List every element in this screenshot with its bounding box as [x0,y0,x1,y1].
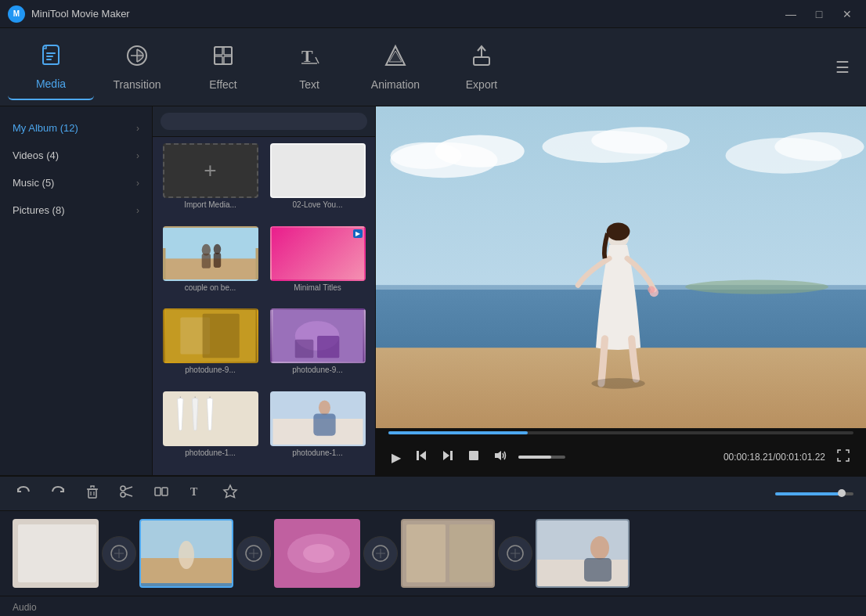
svg-rect-14 [474,57,489,65]
thumb-img-minimal: ▶ [270,226,366,281]
next-frame-button[interactable] [438,446,457,468]
cut-button[interactable] [116,481,138,506]
volume-button[interactable] [490,446,511,468]
svg-rect-1 [46,56,53,57]
media-thumb-02love[interactable]: 02-Love You... [266,143,369,222]
play-button[interactable]: ▶ [388,447,404,468]
split-button[interactable] [150,481,172,506]
svg-point-41 [591,127,690,153]
stop-button[interactable] [465,447,482,467]
timeline-clip-4[interactable] [401,519,495,588]
media-search-bar [153,106,375,137]
svg-rect-0 [46,52,56,54]
text-icon: T [297,43,322,74]
close-button[interactable]: ✕ [836,3,858,25]
timeline-transition-3[interactable] [363,536,398,571]
media-thumb-photo4[interactable]: photodune-1... [266,391,369,470]
timeline-tracks [0,511,866,596]
animation-icon [383,43,408,74]
fullscreen-button[interactable] [833,445,853,469]
nav-music-label: Music (5) [13,177,54,189]
thumb-label-photo4: photodune-1... [292,448,343,457]
svg-rect-91 [584,558,612,582]
thumb-label-minimal: Minimal Titles [294,283,341,292]
timeline: T [0,475,866,616]
svg-point-52 [591,378,645,389]
toolbar-media[interactable]: Media [8,34,94,100]
animation-label: Animation [371,78,420,91]
video-preview [376,106,866,428]
nav-my-album-label: My Album (12) [13,122,78,134]
svg-rect-68 [162,488,168,495]
media-thumb-photo3[interactable]: photodune-1... [159,391,262,470]
thumb-img-02love [270,143,366,198]
nav-music[interactable]: Music (5) › [0,169,152,196]
svg-marker-53 [420,451,426,460]
media-thumb-couple[interactable]: couple on be... [159,226,262,304]
timeline-transition-1[interactable] [102,536,136,571]
prev-frame-button[interactable] [412,446,431,468]
media-thumb-minimal[interactable]: ▶ Minimal Titles [266,226,369,304]
thumb-img-couple [163,226,258,281]
svg-rect-35 [313,413,335,435]
minimize-button[interactable]: — [780,3,802,25]
export-icon [469,43,494,74]
media-label: Media [36,77,66,90]
zoom-slider[interactable] [775,492,853,495]
nav-videos[interactable]: Videos (4) › [0,142,152,169]
media-search-input[interactable] [161,113,367,130]
nav-pictures-arrow: › [136,205,139,216]
toolbar-effect[interactable]: Effect [180,34,266,100]
timeline-clip-3[interactable] [274,519,360,588]
redo-button[interactable] [47,481,69,506]
menu-button[interactable]: ☰ [827,52,858,83]
undo-button[interactable] [13,481,34,506]
thumb-label-02love: 02-Love You... [293,200,343,209]
minimal-tag: ▶ [353,229,363,238]
nav-videos-label: Videos (4) [13,149,59,161]
timeline-transition-4[interactable] [498,536,532,571]
volume-slider[interactable] [518,456,565,459]
thumb-img-photo3 [163,391,258,446]
svg-point-64 [121,492,125,497]
svg-rect-88 [537,521,630,560]
delete-button[interactable] [81,481,103,506]
media-thumb-photo1[interactable]: photodune-9... [159,308,262,387]
nav-music-arrow: › [136,178,139,189]
svg-point-63 [121,486,125,491]
toolbar-animation[interactable]: Animation [352,34,438,100]
text-overlay-button[interactable]: T [185,481,207,506]
left-panel: My Album (12) › Videos (4) › Music (5) ›… [0,106,153,475]
media-thumb-photo2[interactable]: photodune-9... [266,308,369,387]
svg-line-66 [125,494,132,496]
toolbar-transition[interactable]: Transition [94,34,180,100]
media-panel: + Import Media... 02-Love You... [153,106,376,475]
timeline-clip-5[interactable] [536,519,630,588]
svg-rect-56 [450,451,453,460]
thumb-img-photo2 [270,308,366,363]
progress-bar-container[interactable] [388,431,853,434]
svg-rect-84 [406,524,446,582]
toolbar-text[interactable]: T Text [266,34,352,100]
effect-label: Effect [209,78,237,91]
maximize-button[interactable]: □ [808,3,830,25]
svg-rect-72 [18,524,96,582]
app-logo: M [8,5,25,23]
toolbar-export[interactable]: Export [438,34,525,100]
svg-point-34 [318,400,330,415]
svg-point-47 [685,279,828,294]
svg-rect-27 [317,336,339,358]
nav-pictures[interactable]: Pictures (8) › [0,196,152,224]
timeline-clip-2[interactable] [139,519,233,588]
svg-marker-70 [224,485,236,498]
timeline-transition-2[interactable] [236,536,271,571]
import-media-btn[interactable]: + [163,143,258,198]
nav-my-album[interactable]: My Album (12) › [0,114,152,142]
import-media-thumb[interactable]: + Import Media... [159,143,262,222]
svg-marker-58 [495,451,501,460]
sticker-button[interactable] [219,481,241,506]
effect-icon [211,43,236,74]
progress-bar-fill [388,431,528,434]
transition-icon [124,43,150,74]
timeline-clip-1[interactable] [13,519,99,588]
